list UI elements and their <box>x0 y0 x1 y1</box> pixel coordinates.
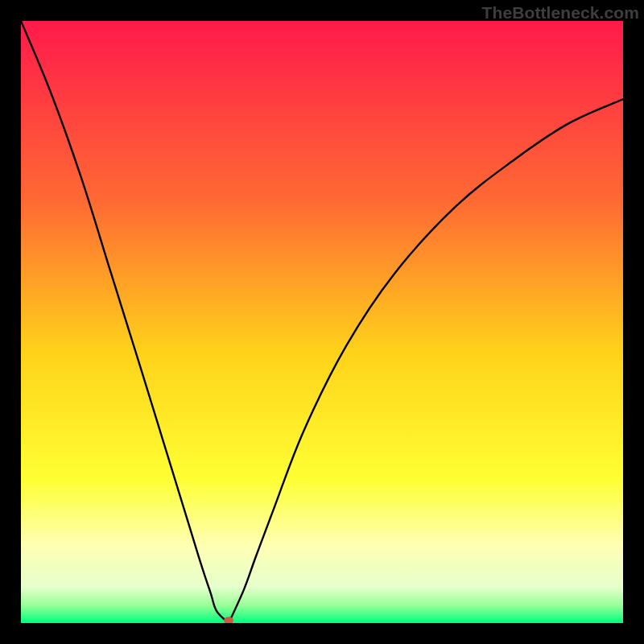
chart-frame: TheBottleneck.com <box>0 0 644 644</box>
plot-area <box>21 21 623 623</box>
chart-svg <box>21 21 623 623</box>
watermark-text: TheBottleneck.com <box>482 3 639 23</box>
gradient-background <box>21 21 623 623</box>
